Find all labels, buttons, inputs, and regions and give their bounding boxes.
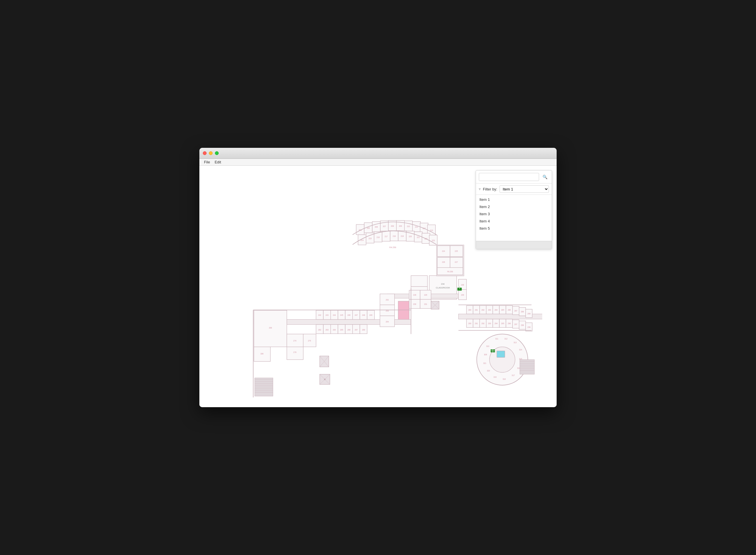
svg-text:262: 262 [318,329,321,331]
svg-text:267: 267 [355,329,358,331]
svg-text:287: 287 [514,309,518,311]
svg-text:288: 288 [521,311,524,313]
svg-text:207: 207 [383,225,386,227]
svg-text:228: 228 [413,294,416,296]
list-item[interactable]: Item 5 [476,225,552,232]
svg-text:252: 252 [386,299,389,301]
svg-text:296: 296 [508,323,511,325]
svg-text:FA 256: FA 256 [389,246,396,249]
svg-text:282: 282 [481,309,484,311]
svg-text:227: 227 [455,261,458,263]
svg-text:246: 246 [347,314,350,316]
right-wing: 280 281 282 283 284 285 [458,305,542,331]
svg-text:285: 285 [501,309,504,311]
svg-text:224: 224 [442,250,445,252]
menu-file[interactable]: File [202,159,212,165]
svg-text:317: 317 [512,374,515,376]
menu-bar: File Edit [199,159,557,166]
svg-text:266: 266 [347,329,350,331]
svg-text:215: 215 [368,237,372,239]
upper-arc-rooms: 204 205 206 207 208 209 [356,220,437,249]
svg-text:210: 210 [407,225,410,227]
list-item[interactable]: Item 3 [476,210,552,218]
svg-text:295: 295 [501,323,504,325]
menu-edit[interactable]: Edit [212,159,223,165]
maximize-button[interactable] [215,151,219,155]
svg-text:314: 314 [519,349,522,351]
list-item[interactable]: Item 4 [476,218,552,225]
svg-rect-44 [411,275,427,287]
svg-text:276: 276 [293,351,297,353]
svg-text:234: 234 [441,283,445,285]
svg-text:242: 242 [318,314,321,316]
traffic-lights [203,151,219,155]
svg-text:239: 239 [461,294,464,296]
svg-text:219: 219 [400,235,404,237]
minimize-button[interactable] [209,151,213,155]
svg-rect-173 [497,351,505,357]
svg-text:243: 243 [325,314,328,316]
filter-select[interactable]: Item 1 Item 2 Item 3 Item 4 Item 5 [500,185,549,193]
svg-text:280: 280 [468,309,471,311]
svg-text:313: 313 [514,341,517,343]
svg-text:223: 223 [432,240,435,242]
svg-text:211: 211 [415,226,418,228]
svg-text:292: 292 [481,323,484,325]
svg-text:221: 221 [416,236,420,238]
list-container: Item 1 Item 2 Item 3 Item 4 Item 5 [476,195,552,241]
svg-text:297: 297 [514,323,518,325]
search-input[interactable] [479,173,539,181]
svg-text:231: 231 [424,303,427,305]
svg-text:309: 309 [484,353,487,355]
svg-text:291: 291 [475,323,478,325]
svg-text:206: 206 [374,226,378,228]
svg-text:217: 217 [385,236,388,238]
search-row: 🔍 [476,171,552,183]
svg-text:208: 208 [269,327,272,329]
svg-text:249: 249 [369,314,372,316]
search-icon: 🔍 [542,175,547,179]
svg-text:216: 216 [376,236,380,238]
svg-text:230: 230 [413,303,416,305]
svg-text:264: 264 [333,329,336,331]
svg-text:283: 283 [488,309,491,311]
svg-text:225: 225 [455,250,458,252]
svg-text:218: 218 [392,235,396,237]
close-button[interactable] [203,151,207,155]
svg-text:254: 254 [386,321,389,323]
svg-text:265: 265 [340,329,343,331]
main-content: .wall { stroke: #c8b0b8; stroke-width: 1… [199,166,557,407]
filter-row: ▿ Filter by: Item 1 Item 2 Item 3 Item 4… [476,183,552,195]
svg-text:220: 220 [408,236,412,238]
connection-area: 224 225 226 227 FA 258 [437,245,464,276]
svg-text:213: 213 [430,229,433,231]
svg-text:FA 258: FA 258 [447,270,453,272]
svg-text:205: 205 [366,227,370,229]
svg-text:229: 229 [424,294,427,296]
svg-text:319: 319 [493,376,496,378]
panel-footer [476,241,552,249]
svg-text:245: 245 [340,314,343,316]
svg-text:294: 294 [494,323,498,325]
app-window: File Edit .wall { stroke: #c8b0b8; strok… [199,148,557,407]
filter-label: Filter by: [483,187,497,191]
list-item[interactable]: Item 1 [476,196,552,203]
svg-rect-48 [398,301,409,319]
svg-text:310: 310 [486,345,489,347]
svg-text:299: 299 [527,326,530,328]
svg-text:208: 208 [391,225,394,227]
svg-text:293: 293 [488,323,491,325]
list-item[interactable]: Item 2 [476,203,552,210]
svg-text:289: 289 [527,312,530,314]
svg-text:247: 247 [355,314,358,316]
svg-text:263: 263 [325,329,328,331]
svg-text:311: 311 [495,338,498,340]
svg-text:318: 318 [502,378,506,380]
svg-text:281: 281 [475,309,478,311]
svg-text:209: 209 [399,225,402,227]
search-button[interactable]: 🔍 [541,173,549,181]
svg-text:290: 290 [468,323,471,325]
svg-text:274: 274 [293,339,297,341]
svg-text:CLASSROOM: CLASSROOM [436,286,450,289]
svg-text:321: 321 [483,362,486,364]
